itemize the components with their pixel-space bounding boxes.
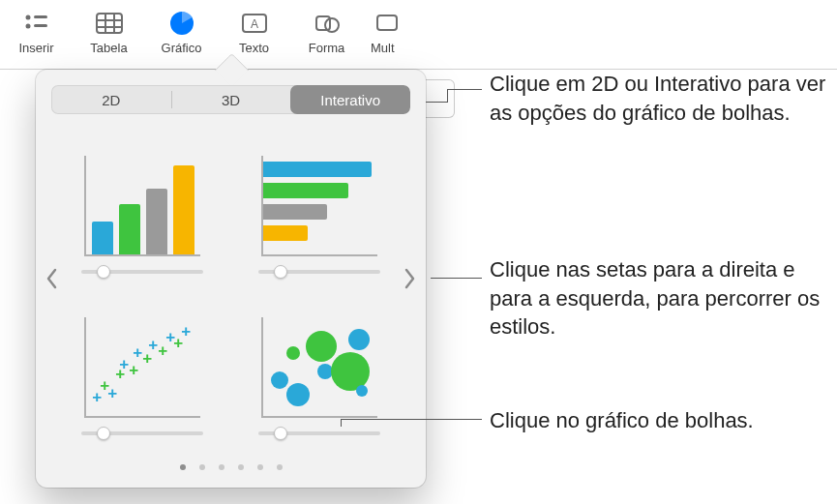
callout-line bbox=[431, 278, 482, 279]
slider-icon bbox=[81, 270, 203, 274]
slider-icon bbox=[258, 431, 380, 435]
callout-line bbox=[341, 419, 482, 420]
callout-line bbox=[426, 102, 447, 103]
toolbar-label: Mult bbox=[371, 41, 395, 55]
toolbar-item-forma[interactable]: Forma bbox=[290, 5, 363, 55]
chart-picker-popover: 2D 3D Interativo + + + + + bbox=[36, 70, 426, 488]
slider-icon bbox=[81, 431, 203, 435]
bar-chart-thumb[interactable] bbox=[250, 133, 390, 274]
page-dot[interactable] bbox=[257, 464, 263, 470]
callout-line bbox=[447, 89, 482, 90]
text-icon: A bbox=[236, 9, 273, 38]
tab-3d[interactable]: 3D bbox=[171, 85, 291, 114]
chart-thumbnail-grid: + + + + + + + + + + + + + bbox=[73, 133, 389, 435]
page-dot[interactable] bbox=[199, 464, 205, 470]
column-chart-icon bbox=[84, 156, 200, 256]
annotation-text: Clique no gráfico de bolhas. bbox=[490, 406, 754, 435]
toolbar: Inserir Tabela Gráfico A Texto Forma Mul… bbox=[0, 0, 837, 70]
toolbar-label: Inserir bbox=[18, 41, 53, 55]
slider-icon bbox=[258, 270, 380, 274]
tab-2d[interactable]: 2D bbox=[51, 85, 171, 114]
page-dot[interactable] bbox=[277, 464, 283, 470]
page-dot[interactable] bbox=[219, 464, 224, 470]
callout-line bbox=[341, 419, 342, 427]
chevron-right-icon[interactable] bbox=[397, 257, 424, 300]
shape-icon bbox=[309, 9, 345, 38]
media-icon bbox=[371, 9, 407, 38]
page-dots[interactable] bbox=[36, 464, 426, 470]
svg-text:A: A bbox=[250, 17, 257, 31]
svg-rect-3 bbox=[34, 24, 47, 27]
tab-interativo[interactable]: Interativo bbox=[290, 85, 410, 114]
toolbar-label: Gráfico bbox=[162, 41, 202, 55]
callout-line bbox=[447, 89, 448, 103]
svg-rect-12 bbox=[316, 16, 330, 30]
svg-rect-14 bbox=[377, 15, 397, 30]
svg-point-2 bbox=[25, 24, 30, 29]
page-dot[interactable] bbox=[238, 464, 244, 470]
scatter-chart-thumb[interactable]: + + + + + + + + + + + + + bbox=[73, 295, 213, 435]
chevron-left-icon[interactable] bbox=[38, 257, 65, 300]
bar-chart-icon bbox=[261, 156, 377, 256]
segmented-control: 2D 3D Interativo bbox=[51, 85, 410, 114]
toolbar-label: Tabela bbox=[90, 41, 127, 55]
page-dot[interactable] bbox=[180, 464, 186, 470]
bubble-chart-thumb[interactable] bbox=[250, 295, 390, 435]
toolbar-label: Forma bbox=[309, 41, 345, 55]
annotation-text: Clique nas setas para a direita e para a… bbox=[490, 255, 837, 341]
toolbar-item-texto[interactable]: A Texto bbox=[218, 5, 290, 55]
bubble-chart-icon bbox=[261, 317, 377, 418]
svg-rect-4 bbox=[97, 14, 122, 33]
svg-point-13 bbox=[325, 18, 339, 32]
chart-icon bbox=[164, 9, 200, 38]
toolbar-item-grafico[interactable]: Gráfico bbox=[145, 5, 218, 55]
svg-rect-1 bbox=[34, 15, 47, 18]
insert-icon bbox=[18, 9, 55, 38]
scatter-chart-icon: + + + + + + + + + + + + + bbox=[84, 317, 200, 418]
column-chart-thumb[interactable] bbox=[73, 133, 213, 274]
toolbar-label: Texto bbox=[239, 41, 269, 55]
toolbar-item-multimidia[interactable]: Mult bbox=[363, 5, 413, 55]
table-icon bbox=[91, 9, 128, 38]
annotation-text: Clique em 2D ou Interativo para ver as o… bbox=[490, 70, 837, 127]
toolbar-item-inserir[interactable]: Inserir bbox=[0, 5, 73, 55]
toolbar-item-tabela[interactable]: Tabela bbox=[73, 5, 145, 55]
svg-point-0 bbox=[25, 15, 30, 20]
